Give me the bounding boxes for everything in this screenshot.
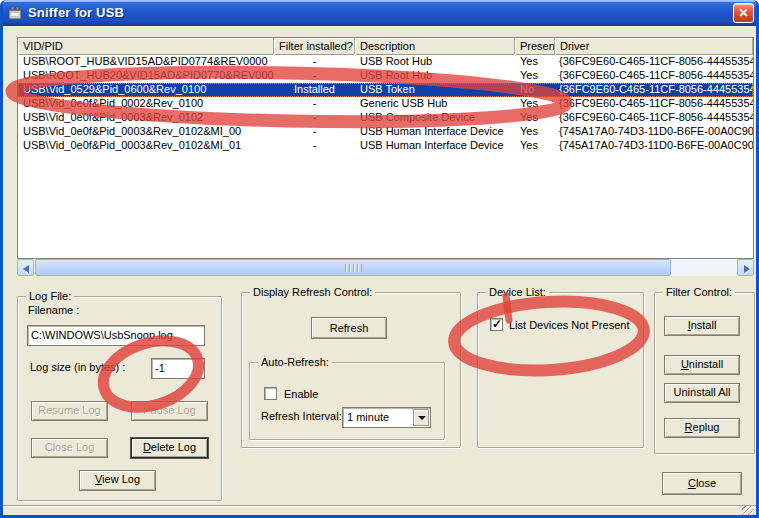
cell-vidpid: USB\Vid_0e0f&Pid_0002&Rev_0100 [18,97,274,111]
cell-filter: Installed [274,83,355,97]
scroll-right-button[interactable] [737,259,754,276]
header-vidpid[interactable]: VID/PID [18,38,274,55]
cell-filter: - [274,69,355,83]
enable-label[interactable]: Enable [284,388,318,400]
cell-description: USB Root Hub [355,55,515,69]
chevron-down-icon[interactable] [413,409,429,426]
delete-log-button[interactable]: Delete Log [131,438,208,458]
scroll-left-button[interactable] [17,259,34,276]
cell-vidpid: USB\Vid_0e0f&Pid_0003&Rev_0102&MI_00 [18,125,274,139]
table-header: VID/PID Filter installed? Description Pr… [18,38,753,55]
usb-device-table: VID/PID Filter installed? Description Pr… [17,37,754,259]
log-size-field[interactable]: -1 [151,358,205,379]
filename-field[interactable]: C:\WINDOWS\UsbSnoop.log [27,325,205,346]
scrollbar-thumb[interactable] [35,259,671,276]
cell-vidpid: USB\ROOT_HUB20&VID15AD&PID0770&REV0000 [18,69,274,83]
pause-log-button[interactable]: Pause Log [131,401,208,421]
cell-present: Yes [515,111,555,125]
cell-vidpid: USB\Vid_0e0f&Pid_0003&Rev_0102 [18,111,274,125]
cell-driver: {745A17A0-74D3-11D0-B6FE-00A0C90 [555,139,753,153]
enable-auto-refresh-checkbox[interactable] [264,387,277,400]
table-row[interactable]: USB\Vid_0e0f&Pid_0003&Rev_0102 - USB Com… [18,111,753,125]
close-dialog-button[interactable]: Close [662,472,742,495]
header-description[interactable]: Description [355,38,515,55]
cell-present: Yes [515,97,555,111]
log-size-label: Log size (in bytes) : [30,361,125,373]
log-file-group-label: Log File: [26,290,74,302]
horizontal-scrollbar[interactable] [17,259,754,276]
cell-description: Generic USB Hub [355,97,515,111]
refresh-button[interactable]: Refresh [311,317,387,339]
header-driver[interactable]: Driver [555,38,753,55]
replug-button[interactable]: Replug [664,418,740,438]
table-body: USB\ROOT_HUB&VID15AD&PID0774&REV0000 - U… [18,55,753,258]
refresh-interval-label: Refresh Interval: [261,410,342,422]
cell-description: USB Human Interface Device [355,125,515,139]
bottom-divider [3,505,756,507]
titlebar: Sniffer for USB ✕ [0,0,759,26]
cell-present: Yes [515,69,555,83]
cell-driver: {36FC9E60-C465-11CF-8056-44455354 [555,97,753,111]
cell-description: USB Root Hub [355,69,515,83]
usb-app-icon [7,5,23,21]
close-log-button[interactable]: Close Log [31,438,108,458]
cell-filter: - [274,139,355,153]
cell-description: USB Token [355,83,515,97]
install-button[interactable]: Install [664,316,740,336]
resume-log-button[interactable]: Resume Log [31,401,108,421]
cell-description: USB Human Interface Device [355,139,515,153]
close-window-button[interactable]: ✕ [733,3,754,23]
table-row[interactable]: USB\Vid_0e0f&Pid_0002&Rev_0100 - Generic… [18,97,753,111]
list-devices-not-present-label[interactable]: List Devices Not Present [509,319,629,331]
table-row[interactable]: USB\ROOT_HUB&VID15AD&PID0774&REV0000 - U… [18,55,753,69]
uninstall-all-button[interactable]: Uninstall All [664,383,740,403]
cell-driver: {36FC9E60-C465-11CF-8056-44455354 [555,111,753,125]
resize-grip[interactable] [742,506,754,516]
cell-vidpid: USB\Vid_0529&Pid_0600&Rev_0100 [18,83,274,97]
table-row[interactable]: USB\Vid_0e0f&Pid_0003&Rev_0102&MI_01 - U… [18,139,753,153]
header-present[interactable]: Present [515,38,555,55]
auto-refresh-group: Auto-Refresh: [249,362,445,440]
filename-label: Filename : [28,304,79,316]
cell-driver: {36FC9E60-C465-11CF-8056-44455354 [555,55,753,69]
uninstall-button[interactable]: Uninstall [664,355,740,375]
cell-present: No [515,83,555,97]
cell-filter: - [274,97,355,111]
list-devices-not-present-checkbox[interactable] [490,318,503,331]
titlebar-highlight [0,0,759,2]
chevron-right-icon [744,265,750,273]
cell-driver: {745A17A0-74D3-11D0-B6FE-00A0C90 [555,125,753,139]
table-row[interactable]: USB\Vid_0e0f&Pid_0003&Rev_0102&MI_00 - U… [18,125,753,139]
cell-filter: - [274,125,355,139]
table-row[interactable]: USB\ROOT_HUB20&VID15AD&PID0770&REV0000 -… [18,69,753,83]
window: Sniffer for USB ✕ VID/PID Filter install… [0,0,759,518]
cell-driver: {36FC9E60-C465-11CF-8056-44455354 [555,69,753,83]
display-refresh-group-label: Display Refresh Control: [250,286,375,298]
device-list-group: Device List: [477,292,644,448]
window-title: Sniffer for USB [28,5,124,20]
filter-control-group-label: Filter Control: [663,286,735,298]
table-row-selected[interactable]: USB\Vid_0529&Pid_0600&Rev_0100 Installed… [18,83,753,97]
chevron-left-icon [23,265,29,273]
cell-filter: - [274,55,355,69]
refresh-interval-dropdown[interactable]: 1 minute [342,407,431,428]
cell-present: Yes [515,139,555,153]
cell-present: Yes [515,55,555,69]
auto-refresh-group-label: Auto-Refresh: [258,356,332,368]
refresh-interval-value: 1 minute [347,410,389,425]
cell-present: Yes [515,125,555,139]
scrollbar-grip-icon [345,264,362,272]
cell-description: USB Composite Device [355,111,515,125]
cell-vidpid: USB\Vid_0e0f&Pid_0003&Rev_0102&MI_01 [18,139,274,153]
cell-vidpid: USB\ROOT_HUB&VID15AD&PID0774&REV0000 [18,55,274,69]
cell-driver: {36FC9E60-C465-11CF-8056-44455354 [555,83,753,97]
device-list-group-label: Device List: [486,286,549,298]
cell-filter: - [274,111,355,125]
header-filter-installed[interactable]: Filter installed? [274,38,355,55]
view-log-button[interactable]: View Log [79,470,156,491]
